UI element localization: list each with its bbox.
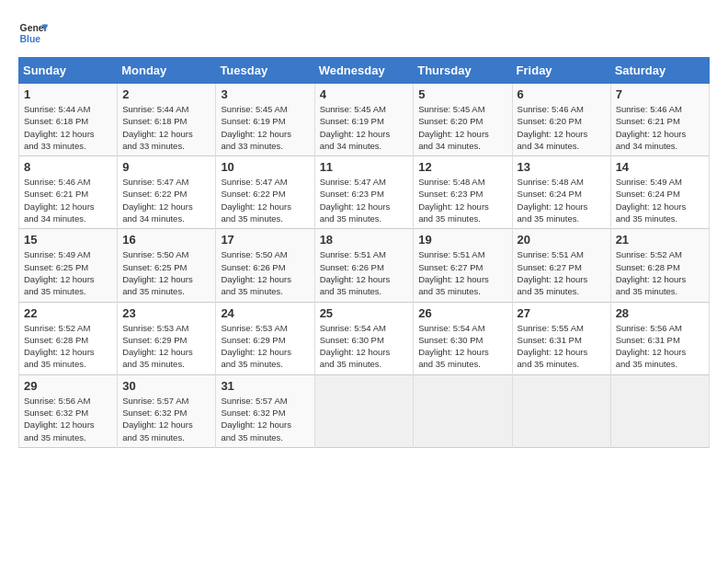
week-row-1: 1 Sunrise: 5:44 AMSunset: 6:18 PMDayligh… <box>19 84 710 156</box>
day-detail: Sunrise: 5:46 AMSunset: 6:21 PMDaylight:… <box>616 104 687 151</box>
day-number: 27 <box>518 306 606 320</box>
header-monday: Monday <box>118 58 216 84</box>
header-saturday: Saturday <box>610 58 709 84</box>
calendar-header-row: SundayMondayTuesdayWednesdayThursdayFrid… <box>19 58 710 84</box>
calendar-cell <box>512 374 610 447</box>
page-header: General Blue <box>18 18 710 48</box>
day-number: 7 <box>616 87 704 101</box>
day-detail: Sunrise: 5:45 AMSunset: 6:19 PMDaylight:… <box>320 104 391 151</box>
day-detail: Sunrise: 5:56 AMSunset: 6:31 PMDaylight:… <box>616 323 687 370</box>
day-detail: Sunrise: 5:53 AMSunset: 6:29 PMDaylight:… <box>122 323 193 370</box>
day-number: 4 <box>320 87 409 101</box>
day-detail: Sunrise: 5:46 AMSunset: 6:21 PMDaylight:… <box>24 177 95 224</box>
day-number: 29 <box>24 379 112 393</box>
calendar-cell: 15 Sunrise: 5:49 AMSunset: 6:25 PMDaylig… <box>19 229 118 302</box>
day-detail: Sunrise: 5:45 AMSunset: 6:19 PMDaylight:… <box>221 104 291 151</box>
day-detail: Sunrise: 5:52 AMSunset: 6:28 PMDaylight:… <box>616 249 687 296</box>
day-detail: Sunrise: 5:54 AMSunset: 6:30 PMDaylight:… <box>418 323 489 370</box>
calendar-cell: 14 Sunrise: 5:49 AMSunset: 6:24 PMDaylig… <box>610 156 709 229</box>
calendar-cell: 27 Sunrise: 5:55 AMSunset: 6:31 PMDaylig… <box>512 302 610 374</box>
logo: General Blue <box>18 18 48 48</box>
day-detail: Sunrise: 5:53 AMSunset: 6:29 PMDaylight:… <box>221 323 291 370</box>
calendar-cell: 4 Sunrise: 5:45 AMSunset: 6:19 PMDayligh… <box>314 84 414 156</box>
day-detail: Sunrise: 5:57 AMSunset: 6:32 PMDaylight:… <box>221 396 291 442</box>
day-detail: Sunrise: 5:46 AMSunset: 6:20 PMDaylight:… <box>518 104 588 151</box>
calendar-cell: 17 Sunrise: 5:50 AMSunset: 6:26 PMDaylig… <box>216 229 314 302</box>
day-number: 28 <box>616 306 704 320</box>
day-number: 31 <box>221 379 309 393</box>
week-row-4: 22 Sunrise: 5:52 AMSunset: 6:28 PMDaylig… <box>19 302 710 374</box>
calendar-cell <box>414 374 512 447</box>
calendar-cell: 29 Sunrise: 5:56 AMSunset: 6:32 PMDaylig… <box>19 374 118 447</box>
calendar-cell: 23 Sunrise: 5:53 AMSunset: 6:29 PMDaylig… <box>118 302 216 374</box>
day-number: 22 <box>24 306 112 320</box>
general-blue-logo-icon: General Blue <box>18 18 48 48</box>
week-row-3: 15 Sunrise: 5:49 AMSunset: 6:25 PMDaylig… <box>19 229 710 302</box>
calendar-cell: 19 Sunrise: 5:51 AMSunset: 6:27 PMDaylig… <box>414 229 512 302</box>
day-number: 14 <box>616 160 704 174</box>
header-wednesday: Wednesday <box>314 58 414 84</box>
day-number: 9 <box>122 160 210 174</box>
day-detail: Sunrise: 5:47 AMSunset: 6:22 PMDaylight:… <box>122 177 193 224</box>
day-detail: Sunrise: 5:48 AMSunset: 6:24 PMDaylight:… <box>518 177 588 224</box>
day-detail: Sunrise: 5:51 AMSunset: 6:26 PMDaylight:… <box>320 249 391 296</box>
day-detail: Sunrise: 5:52 AMSunset: 6:28 PMDaylight:… <box>24 323 95 370</box>
day-number: 25 <box>320 306 409 320</box>
day-number: 1 <box>24 87 112 101</box>
day-detail: Sunrise: 5:47 AMSunset: 6:23 PMDaylight:… <box>320 177 391 224</box>
calendar-table: SundayMondayTuesdayWednesdayThursdayFrid… <box>18 57 710 448</box>
day-number: 26 <box>418 306 506 320</box>
day-number: 24 <box>221 306 309 320</box>
calendar-cell: 7 Sunrise: 5:46 AMSunset: 6:21 PMDayligh… <box>610 84 709 156</box>
svg-text:Blue: Blue <box>20 34 41 44</box>
day-detail: Sunrise: 5:48 AMSunset: 6:23 PMDaylight:… <box>418 177 489 224</box>
calendar-cell: 26 Sunrise: 5:54 AMSunset: 6:30 PMDaylig… <box>414 302 512 374</box>
day-number: 30 <box>122 379 210 393</box>
calendar-cell: 1 Sunrise: 5:44 AMSunset: 6:18 PMDayligh… <box>19 84 118 156</box>
day-detail: Sunrise: 5:45 AMSunset: 6:20 PMDaylight:… <box>418 104 489 151</box>
calendar-cell <box>610 374 709 447</box>
calendar-cell <box>314 374 414 447</box>
day-number: 20 <box>518 233 606 247</box>
day-number: 15 <box>24 233 112 247</box>
calendar-cell: 8 Sunrise: 5:46 AMSunset: 6:21 PMDayligh… <box>19 156 118 229</box>
calendar-cell: 11 Sunrise: 5:47 AMSunset: 6:23 PMDaylig… <box>314 156 414 229</box>
day-number: 12 <box>418 160 506 174</box>
day-number: 10 <box>221 160 309 174</box>
header-thursday: Thursday <box>414 58 512 84</box>
calendar-cell: 21 Sunrise: 5:52 AMSunset: 6:28 PMDaylig… <box>610 229 709 302</box>
day-number: 6 <box>518 87 606 101</box>
day-detail: Sunrise: 5:54 AMSunset: 6:30 PMDaylight:… <box>320 323 391 370</box>
calendar-cell: 30 Sunrise: 5:57 AMSunset: 6:32 PMDaylig… <box>118 374 216 447</box>
day-number: 16 <box>122 233 210 247</box>
header-tuesday: Tuesday <box>216 58 314 84</box>
calendar-cell: 5 Sunrise: 5:45 AMSunset: 6:20 PMDayligh… <box>414 84 512 156</box>
day-number: 21 <box>616 233 704 247</box>
calendar-cell: 3 Sunrise: 5:45 AMSunset: 6:19 PMDayligh… <box>216 84 314 156</box>
day-number: 23 <box>122 306 210 320</box>
week-row-5: 29 Sunrise: 5:56 AMSunset: 6:32 PMDaylig… <box>19 374 710 447</box>
calendar-cell: 18 Sunrise: 5:51 AMSunset: 6:26 PMDaylig… <box>314 229 414 302</box>
day-number: 3 <box>221 87 309 101</box>
day-detail: Sunrise: 5:50 AMSunset: 6:26 PMDaylight:… <box>221 249 291 296</box>
day-detail: Sunrise: 5:49 AMSunset: 6:24 PMDaylight:… <box>616 177 687 224</box>
header-sunday: Sunday <box>19 58 118 84</box>
day-detail: Sunrise: 5:50 AMSunset: 6:25 PMDaylight:… <box>122 249 193 296</box>
day-number: 19 <box>418 233 506 247</box>
calendar-cell: 2 Sunrise: 5:44 AMSunset: 6:18 PMDayligh… <box>118 84 216 156</box>
day-detail: Sunrise: 5:57 AMSunset: 6:32 PMDaylight:… <box>122 396 193 442</box>
day-detail: Sunrise: 5:44 AMSunset: 6:18 PMDaylight:… <box>24 104 95 151</box>
day-number: 5 <box>418 87 506 101</box>
calendar-cell: 16 Sunrise: 5:50 AMSunset: 6:25 PMDaylig… <box>118 229 216 302</box>
day-number: 17 <box>221 233 309 247</box>
day-number: 8 <box>24 160 112 174</box>
calendar-cell: 20 Sunrise: 5:51 AMSunset: 6:27 PMDaylig… <box>512 229 610 302</box>
day-detail: Sunrise: 5:47 AMSunset: 6:22 PMDaylight:… <box>221 177 291 224</box>
day-number: 11 <box>320 160 409 174</box>
day-detail: Sunrise: 5:51 AMSunset: 6:27 PMDaylight:… <box>418 249 489 296</box>
day-detail: Sunrise: 5:55 AMSunset: 6:31 PMDaylight:… <box>518 323 588 370</box>
calendar-cell: 6 Sunrise: 5:46 AMSunset: 6:20 PMDayligh… <box>512 84 610 156</box>
week-row-2: 8 Sunrise: 5:46 AMSunset: 6:21 PMDayligh… <box>19 156 710 229</box>
day-number: 13 <box>518 160 606 174</box>
day-number: 2 <box>122 87 210 101</box>
